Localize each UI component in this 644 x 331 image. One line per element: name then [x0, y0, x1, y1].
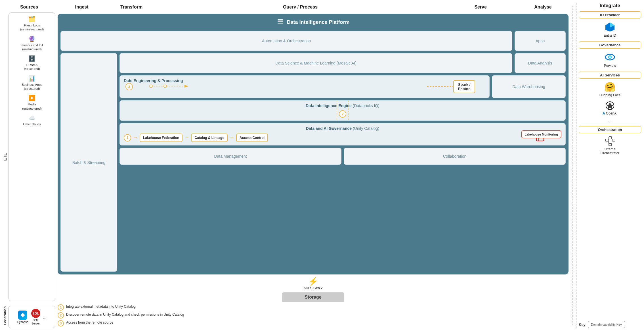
- sql-server-item: SQL SQLServer: [31, 309, 40, 325]
- sensors-iot-icon: 🔮: [28, 36, 35, 42]
- row-engineering: Date Engineering & Processing 3: [119, 75, 566, 98]
- orchestration-section: Orchestration ExternalOrchestrator: [579, 126, 641, 156]
- other-clouds-icon: ☁️: [28, 115, 35, 121]
- federation-section: Federation Synapse SQL SQLServer: [3, 303, 55, 328]
- middle-section: Batch & Streaming Data Science & Machine…: [60, 53, 566, 272]
- legend-note-3: 3 Access from the remote source: [58, 320, 569, 326]
- ai-services-section: AI Services 🤗 Hugging Face A OpenAI ...: [579, 72, 641, 123]
- col-ingest: Ingest: [58, 3, 106, 11]
- id-provider-label: ID Provider: [579, 11, 641, 18]
- col-transform: Transform: [106, 3, 157, 11]
- entra-id-item: Entra ID: [579, 20, 641, 39]
- hugging-face-item: 🤗 Hugging Face: [579, 80, 641, 98]
- catalog-lineage-box: Catalog & Lineage: [191, 134, 228, 142]
- source-files-logs: 🗂️ Files / Logs(semi-structured): [11, 16, 53, 32]
- files-logs-icon: 🗂️: [28, 16, 35, 22]
- gov-arrow-3: →: [229, 135, 234, 141]
- spark-photon-box: Spark / Photon: [453, 80, 475, 93]
- dashed-circles: [142, 82, 194, 91]
- domain-capability-box: Domain capability Key: [588, 321, 625, 328]
- column-headers: Ingest Transform Query / Process Serve A…: [58, 3, 569, 11]
- source-rdbms: 🗄️ RDBMS(structured): [11, 55, 53, 71]
- divider: [572, 6, 572, 325]
- integrate-title: Integrate: [579, 3, 641, 9]
- orchestration-label: Orchestration: [579, 126, 641, 133]
- purview-name: Purview: [604, 64, 616, 68]
- federation-box: Synapse SQL SQLServer ...: [8, 306, 55, 328]
- svg-rect-24: [609, 137, 612, 139]
- federation-label-container: Federation: [3, 303, 7, 328]
- svg-rect-2: [278, 21, 283, 22]
- dataanalysis-box: Data Analysis: [515, 53, 566, 73]
- apps-box: Apps: [515, 31, 566, 51]
- row-bottom-inner: Data Management Collaboration: [119, 148, 566, 165]
- synapse-icon: [18, 311, 27, 320]
- lakehouse-monitoring-box: Lakehouse Monitoring: [521, 130, 561, 138]
- lakehouse-federation-box: Lakehouse Federation: [140, 134, 182, 142]
- legend-circle-2: 2: [58, 312, 64, 318]
- storage-row: ⚡ ADLS Gen 2 Storage: [58, 277, 569, 302]
- legend-circle-3: 3: [58, 320, 64, 326]
- left-tall-col: Batch & Streaming: [60, 53, 117, 272]
- external-orchestrator-item: ExternalOrchestrator: [579, 135, 641, 156]
- svg-rect-26: [612, 139, 615, 141]
- key-section: Key Domain capability Key: [579, 321, 641, 328]
- sources-box: 🗂️ Files / Logs(semi-structured) 🔮 Senso…: [9, 13, 55, 301]
- legend-notes: 1 Integrate external metadata into Unity…: [58, 304, 569, 328]
- num-circle-3: 3: [125, 83, 133, 90]
- governance-row: Data and AI Governance (Unity Catalog) 1…: [119, 123, 566, 145]
- adls-icon: ⚡: [308, 277, 318, 286]
- purview-icon: [604, 51, 616, 63]
- ai-services-label: AI Services: [579, 72, 641, 79]
- datawarehousing-box: Data Warehousing: [492, 75, 566, 98]
- datascience-box: Data Science & Machine Learning (Mosaic …: [119, 53, 512, 73]
- governance-label: Governance: [579, 41, 641, 49]
- sql-server-icon: SQL: [31, 309, 40, 318]
- svg-marker-0: [20, 313, 25, 317]
- id-provider-section: ID Provider Entra ID: [579, 11, 641, 39]
- bottom-legend-area: 1 Integrate external metadata into Unity…: [58, 304, 569, 328]
- media-icon: ▶️: [28, 95, 35, 101]
- engine-dashed-lines: [328, 101, 357, 120]
- federation-items: Synapse SQL SQLServer ...: [11, 309, 53, 325]
- access-control-box: Access Control: [236, 134, 268, 142]
- orchestrator-icon: [605, 136, 615, 146]
- legend-note-1: 1 Integrate external metadata into Unity…: [58, 304, 569, 311]
- num-circle-1: 1: [124, 134, 131, 141]
- sql-server-label: SQLServer: [32, 319, 40, 325]
- svg-line-27: [608, 138, 609, 140]
- key-label: Key: [579, 322, 586, 327]
- right-panel: Integrate ID Provider Entra ID Governanc…: [576, 3, 641, 328]
- entra-id-icon: [604, 21, 616, 33]
- gov-arrow-2: →: [184, 135, 189, 141]
- rdbms-icon: 🗄️: [28, 55, 35, 62]
- governance-items: 1 → Lakehouse Federation → Catalog & Lin…: [124, 133, 561, 142]
- sources-header: Sources: [3, 3, 55, 13]
- source-business-apps: 📊 Business Apps(structured): [11, 75, 53, 91]
- main-container: Sources ETL 🗂️ Files / Logs(semi-structu…: [0, 0, 644, 331]
- storage-bar: Storage: [282, 292, 344, 302]
- collaboration-box: Collaboration: [344, 148, 566, 165]
- ai-dots: ...: [579, 118, 641, 123]
- openai-name: A OpenAI: [602, 111, 617, 115]
- right-content-col: Data Science & Machine Learning (Mosaic …: [119, 53, 566, 272]
- governance-section: Governance Purview: [579, 41, 641, 69]
- platform-icon: [276, 18, 284, 27]
- gov-arrow-1: →: [133, 135, 138, 141]
- row-datascience: Data Science & Machine Learning (Mosaic …: [119, 53, 566, 73]
- left-panel: Sources ETL 🗂️ Files / Logs(semi-structu…: [3, 3, 55, 328]
- svg-point-7: [150, 85, 152, 88]
- platform-container: Data Intelligence Platform Automation & …: [58, 14, 569, 274]
- platform-title: Data Intelligence Platform: [60, 16, 566, 29]
- source-media: ▶️ Media(unstructured): [11, 95, 53, 111]
- openai-item: A OpenAI: [579, 100, 641, 116]
- source-other-clouds: ☁️ Other clouds: [11, 115, 53, 126]
- etl-sources-row: ETL 🗂️ Files / Logs(semi-structured) 🔮 S…: [3, 13, 55, 301]
- spark-arrow-svg: [142, 82, 194, 91]
- engine-row: Data Intelligence Engine (Databricks IQ)…: [119, 100, 566, 121]
- svg-rect-1: [278, 19, 283, 20]
- synapse-item: Synapse: [17, 311, 28, 324]
- openai-icon: [605, 101, 614, 110]
- col-query-process: Query / Process: [157, 3, 444, 11]
- circle3-area: 3: [125, 83, 133, 90]
